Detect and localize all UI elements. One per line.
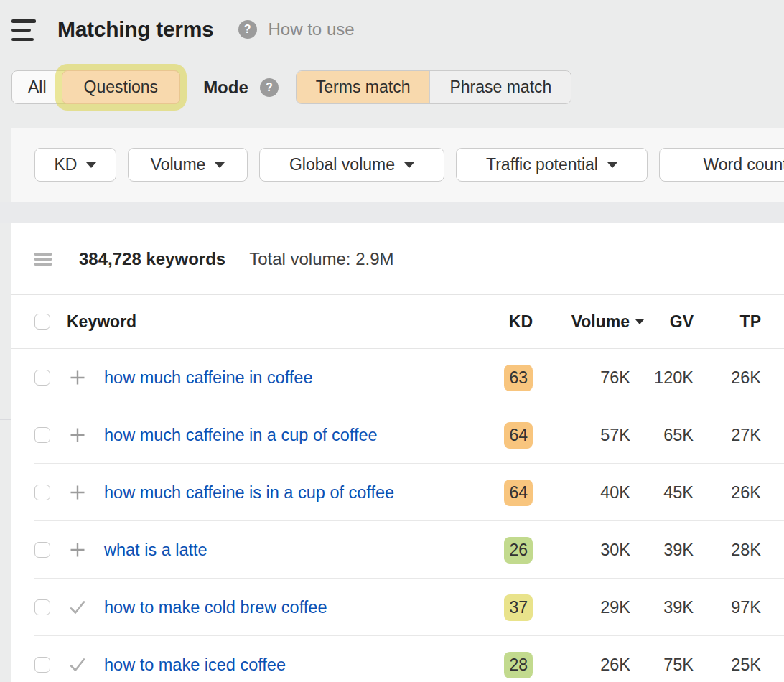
kd-badge: 64 <box>504 422 533 449</box>
keyword-link[interactable]: how to make cold brew coffee <box>95 598 475 617</box>
filter-dropdown-global-volume[interactable]: Global volume <box>259 148 444 182</box>
tp-value: 28K <box>694 541 761 560</box>
filter-dropdown-volume[interactable]: Volume <box>128 148 248 182</box>
volume-value: 30K <box>533 541 630 560</box>
table-row: how to make iced coffee 28 26K 75K 25K <box>11 636 784 682</box>
add-to-list-icon[interactable] <box>68 426 87 444</box>
gutter-divider <box>0 419 11 420</box>
keywords-table-card: 384,728 keywords Total volume: 2.9M Keyw… <box>11 223 784 682</box>
keyword-link[interactable]: what is a latte <box>95 541 475 560</box>
volume-value: 40K <box>533 483 630 503</box>
table-row: how much caffeine in a cup of coffee 64 … <box>11 406 784 464</box>
tp-value: 26K <box>694 483 761 503</box>
table-body: how much caffeine in coffee 63 76K 120K … <box>11 349 784 682</box>
filter-bar: KD Volume Global volume Traffic potentia… <box>11 128 784 182</box>
chevron-down-icon <box>404 162 414 168</box>
gv-value: 39K <box>630 541 694 560</box>
volume-value: 26K <box>533 655 630 675</box>
row-checkbox[interactable] <box>34 370 50 386</box>
row-checkbox[interactable] <box>34 427 50 443</box>
table-header-row: Keyword KD Volume GV TP <box>11 295 784 349</box>
row-checkbox[interactable] <box>34 599 50 615</box>
column-header-tp[interactable]: TP <box>694 312 761 332</box>
kd-badge: 28 <box>504 652 533 678</box>
tp-value: 26K <box>694 368 761 388</box>
gv-value: 65K <box>630 426 694 445</box>
tab-questions[interactable]: Questions <box>62 70 181 104</box>
filter-dropdown-kd[interactable]: KD <box>34 148 116 182</box>
list-menu-icon[interactable] <box>34 253 52 266</box>
filter-dropdown-traffic-potential[interactable]: Traffic potential <box>456 148 648 182</box>
add-to-list-icon[interactable] <box>68 541 87 559</box>
kd-badge: 26 <box>504 537 533 564</box>
table-row: how much caffeine in coffee 63 76K 120K … <box>11 349 784 406</box>
add-to-list-icon[interactable] <box>68 483 87 502</box>
filter-dropdown-word-count[interactable]: Word count <box>659 148 784 182</box>
add-to-list-icon[interactable] <box>68 368 87 387</box>
page-title: Matching terms <box>57 17 214 42</box>
keyword-count: 384,728 keywords <box>79 249 225 269</box>
tabs-row: All Questions Mode ? Terms match Phrase … <box>11 70 571 104</box>
keyword-type-tabs: All Questions <box>11 70 180 104</box>
column-header-kd[interactable]: KD <box>475 312 533 332</box>
table-row: what is a latte 26 30K 39K 28K <box>11 521 784 579</box>
select-all-checkbox[interactable] <box>34 314 50 330</box>
mode-label: Mode <box>203 78 248 98</box>
tp-value: 27K <box>694 426 761 445</box>
row-checkbox[interactable] <box>34 485 50 500</box>
tp-value: 97K <box>694 598 761 617</box>
column-header-volume[interactable]: Volume <box>533 312 630 332</box>
match-mode-toggle: Terms match Phrase match <box>296 70 572 104</box>
gv-value: 120K <box>630 368 694 388</box>
keyword-link[interactable]: how much caffeine in a cup of coffee <box>95 426 475 445</box>
gv-value: 39K <box>630 598 694 617</box>
tab-all[interactable]: All <box>12 71 62 103</box>
page-header: Matching terms ? How to use All Question… <box>0 0 784 128</box>
column-header-keyword[interactable]: Keyword <box>60 312 475 332</box>
title-row: Matching terms ? How to use <box>11 17 355 42</box>
kd-badge: 63 <box>504 365 533 391</box>
chevron-down-icon <box>86 162 96 168</box>
volume-value: 29K <box>533 598 630 617</box>
gv-value: 45K <box>630 483 694 503</box>
table-row: how to make cold brew coffee 37 29K 39K … <box>11 579 784 636</box>
keyword-link[interactable]: how much caffeine in coffee <box>95 368 475 388</box>
column-header-gv[interactable]: GV <box>630 312 694 332</box>
row-checkbox[interactable] <box>34 657 50 673</box>
gv-value: 75K <box>630 655 694 675</box>
keyword-link[interactable]: how to make iced coffee <box>95 655 475 675</box>
row-checkbox[interactable] <box>34 542 50 558</box>
question-circle-icon[interactable]: ? <box>238 20 257 39</box>
table-summary-row: 384,728 keywords Total volume: 2.9M <box>11 223 784 295</box>
tp-value: 25K <box>694 655 761 675</box>
added-check-icon <box>68 598 87 617</box>
filter-panel: KD Volume Global volume Traffic potentia… <box>11 128 784 202</box>
total-volume: Total volume: 2.9M <box>249 249 393 269</box>
volume-value: 57K <box>533 426 630 445</box>
phrase-match-button[interactable]: Phrase match <box>429 71 571 103</box>
keyword-link[interactable]: how much caffeine is in a cup of coffee <box>95 483 475 503</box>
added-check-icon <box>68 655 87 674</box>
section-divider-band <box>0 202 784 223</box>
terms-match-button[interactable]: Terms match <box>297 71 430 103</box>
hamburger-menu-icon[interactable] <box>11 19 36 41</box>
mode-question-circle-icon[interactable]: ? <box>260 78 279 97</box>
kd-badge: 37 <box>504 594 533 621</box>
volume-value: 76K <box>533 368 630 388</box>
kd-badge: 64 <box>504 480 533 506</box>
chevron-down-icon <box>607 162 617 168</box>
chevron-down-icon <box>215 162 225 168</box>
how-to-use-link[interactable]: How to use <box>269 19 355 39</box>
table-row: how much caffeine is in a cup of coffee … <box>11 464 784 521</box>
